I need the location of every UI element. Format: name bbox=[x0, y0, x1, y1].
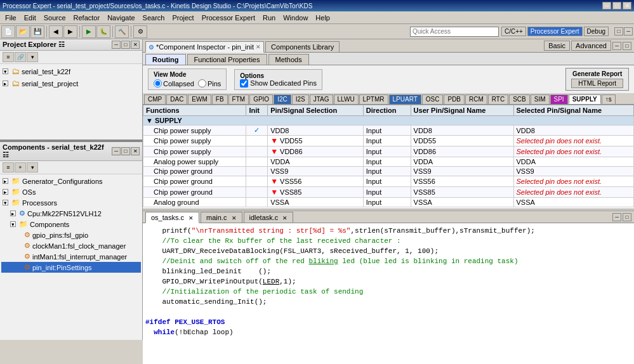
menu-navigate[interactable]: Navigate bbox=[103, 13, 138, 23]
code-tab-os-tasks[interactable]: os_tasks.c ✕ bbox=[145, 212, 199, 223]
pin-tab-more[interactable]: ↑s bbox=[602, 94, 616, 104]
comp-minimize-btn[interactable]: ─ bbox=[112, 147, 121, 155]
pe-settings-btn[interactable]: ▾ bbox=[27, 52, 38, 62]
comp-gpio-pins[interactable]: ⚙ gpio_pins:fsl_gpio bbox=[1, 230, 141, 240]
routing-tab-fp[interactable]: Functional Properties bbox=[187, 54, 267, 65]
pin-tab-supply[interactable]: SUPPLY bbox=[569, 94, 601, 104]
code-tab-idletask[interactable]: idletask.c ✕ bbox=[244, 212, 294, 223]
pin-tab-llwu[interactable]: LLWU bbox=[334, 94, 359, 104]
routing-tab-methods[interactable]: Methods bbox=[268, 54, 309, 65]
run-button[interactable]: ▶ bbox=[82, 25, 96, 38]
cpp-view-btn[interactable]: C/C++ bbox=[501, 27, 526, 36]
ci-max-btn[interactable]: □ bbox=[623, 42, 631, 50]
comp-intman[interactable]: ⚙ intMan1:fsl_interrupt_manager bbox=[1, 251, 141, 262]
html-report-btn[interactable]: HTML Report bbox=[571, 79, 623, 88]
tree-item-serial-test-project[interactable]: ▸ 🗂 serial_test_project bbox=[1, 77, 141, 89]
pin-tab-lpuart[interactable]: LPUART bbox=[389, 94, 421, 104]
close-button[interactable]: ✕ bbox=[623, 2, 631, 10]
maximize-button[interactable]: □ bbox=[612, 2, 621, 10]
menu-refactor[interactable]: Refactor bbox=[70, 13, 104, 23]
ci-basic-btn[interactable]: Basic bbox=[544, 41, 570, 51]
comp-cpu[interactable]: ▸ ⚙ Cpu:Mk22FN512VLH12 bbox=[1, 208, 141, 219]
code-panel-min-btn[interactable]: ─ bbox=[612, 213, 621, 221]
comp-settings-btn[interactable]: ▾ bbox=[27, 162, 38, 172]
forward-button[interactable]: ▶ bbox=[63, 25, 77, 38]
pin-tab-spi[interactable]: SPI bbox=[550, 94, 568, 104]
pin-tab-pdb[interactable]: PDB bbox=[444, 94, 465, 104]
ci-tab-library[interactable]: Components Library bbox=[265, 41, 340, 52]
comp-add-btn[interactable]: + bbox=[15, 162, 26, 172]
pin-tab-osc[interactable]: OSC bbox=[422, 94, 444, 104]
show-dedicated-pins-cb[interactable] bbox=[240, 79, 248, 88]
menu-window[interactable]: Window bbox=[279, 13, 312, 23]
pin-tab-ewm[interactable]: EWM bbox=[188, 94, 211, 104]
pin-tab-sim[interactable]: SIM bbox=[531, 94, 550, 104]
pe-minimize-btn[interactable]: ─ bbox=[112, 41, 121, 49]
code-editor[interactable]: printf("\nrTransmitted string : str[%d] … bbox=[143, 223, 634, 364]
pe-close-btn[interactable]: ✕ bbox=[131, 41, 140, 49]
menu-source[interactable]: Source bbox=[40, 13, 70, 23]
pe-view-btn[interactable]: Processor Expert bbox=[527, 27, 583, 36]
pin-tab-rcm[interactable]: RCM bbox=[465, 94, 487, 104]
menu-run[interactable]: Run bbox=[259, 13, 279, 23]
debug-view-btn[interactable]: Debug bbox=[584, 27, 609, 36]
comp-close-btn[interactable]: ✕ bbox=[131, 147, 140, 155]
menu-project[interactable]: Project bbox=[168, 13, 197, 23]
link-with-editor-btn[interactable]: 🔗 bbox=[15, 52, 26, 62]
build-button[interactable]: 🔨 bbox=[115, 25, 129, 38]
pin-tab-cmp[interactable]: CMP bbox=[144, 94, 166, 104]
comp-oss[interactable]: ▸ 📁 OSs bbox=[1, 186, 141, 197]
pin-tab-gpio[interactable]: GPIO bbox=[249, 94, 273, 104]
collapse-all-btn[interactable]: ≡ bbox=[3, 52, 14, 62]
back-button[interactable]: ◀ bbox=[49, 25, 63, 38]
pe-maximize-btn[interactable]: □ bbox=[121, 41, 130, 49]
debug-button[interactable]: 🐛 bbox=[96, 25, 110, 38]
menu-edit[interactable]: Edit bbox=[20, 13, 40, 23]
comp-components[interactable]: ▾ 📁 Components bbox=[1, 219, 141, 230]
code-tab-main[interactable]: main.c ✕ bbox=[201, 212, 242, 223]
menu-file[interactable]: File bbox=[1, 13, 20, 23]
comp-pin-init[interactable]: ⚙ pin_init:PinSettings bbox=[1, 262, 141, 273]
radio-pins-input[interactable] bbox=[198, 79, 206, 88]
comp-gen-configs[interactable]: ▸ 📁 Generator_Configurations bbox=[1, 176, 141, 186]
radio-collapsed-input[interactable] bbox=[154, 79, 162, 88]
comp-maximize-btn[interactable]: □ bbox=[121, 147, 130, 155]
menu-processor-expert[interactable]: Processor Expert bbox=[198, 13, 259, 23]
comp-processors[interactable]: ▾ 📁 Processors bbox=[1, 197, 141, 208]
radio-collapsed[interactable]: Collapsed bbox=[154, 79, 194, 88]
comp-clock[interactable]: ⚙ clockMan1:fsl_clock_manager bbox=[1, 240, 141, 251]
cell-dir-vss85: Input bbox=[363, 187, 411, 198]
save-button[interactable]: 💾 bbox=[30, 25, 44, 38]
pin-tab-lptmr[interactable]: LPTMR bbox=[359, 94, 388, 104]
pin-tab-scb[interactable]: SCB bbox=[509, 94, 530, 104]
open-button[interactable]: 📂 bbox=[16, 25, 30, 38]
ci-tab-active[interactable]: ⚙ *Component Inspector - pin_init ✕ bbox=[145, 41, 264, 53]
code-tab-idletask-close[interactable]: ✕ bbox=[282, 215, 287, 221]
ci-tab-close[interactable]: ✕ bbox=[256, 44, 261, 50]
tree-item-serial-test-k22f[interactable]: ▾ 🗂 serial_test_k22f bbox=[1, 65, 141, 77]
minimize-button[interactable]: ─ bbox=[602, 2, 611, 10]
code-tab-os-tasks-close[interactable]: ✕ bbox=[188, 215, 194, 221]
code-tab-main-close[interactable]: ✕ bbox=[232, 215, 237, 221]
settings-button[interactable]: ⚙ bbox=[133, 25, 147, 38]
pin-tab-i2c[interactable]: I2C bbox=[274, 94, 291, 104]
pin-tab-i2s[interactable]: I2S bbox=[292, 94, 309, 104]
maximize-panel-btn[interactable]: □ bbox=[614, 27, 623, 36]
radio-pins[interactable]: Pins bbox=[198, 79, 221, 88]
pin-tab-jtag[interactable]: JTAG bbox=[310, 94, 333, 104]
code-panel-max-btn[interactable]: □ bbox=[623, 213, 631, 221]
pin-tab-ftm[interactable]: FTM bbox=[228, 94, 249, 104]
show-dedicated-pins-label[interactable]: Show Dedicated Pins bbox=[240, 79, 317, 88]
menu-help[interactable]: Help bbox=[312, 13, 334, 23]
new-button[interactable]: 📄 bbox=[1, 25, 15, 38]
pin-tab-fb[interactable]: FB bbox=[212, 94, 228, 104]
pin-tab-dac[interactable]: DAC bbox=[166, 94, 187, 104]
comp-collapse-btn[interactable]: ≡ bbox=[3, 162, 14, 172]
minimize-panel-btn[interactable]: ─ bbox=[624, 27, 633, 36]
menu-search[interactable]: Search bbox=[139, 13, 169, 23]
routing-tab-routing[interactable]: Routing bbox=[145, 54, 186, 65]
ci-advanced-btn[interactable]: Advanced bbox=[571, 41, 611, 51]
search-input[interactable] bbox=[410, 27, 499, 37]
pin-tab-rtc[interactable]: RTC bbox=[488, 94, 508, 104]
ci-min-btn[interactable]: ─ bbox=[612, 42, 621, 50]
